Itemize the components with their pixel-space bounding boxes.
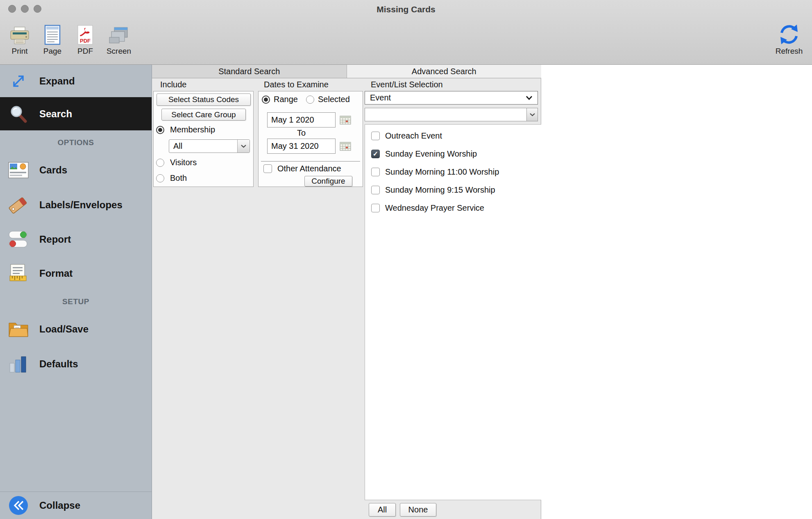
toolbar: Print Page	[0, 17, 812, 65]
event-label: Sunday Morning 9:15 Worship	[385, 185, 495, 195]
select-all-events-button[interactable]: All	[369, 503, 396, 517]
event-checkbox-row[interactable]: Outreach Event	[371, 130, 541, 141]
event-checkbox-row[interactable]: Sunday Evening Worship	[371, 148, 541, 159]
radio-label: Both	[170, 173, 187, 183]
checkbox-indicator	[371, 168, 380, 176]
selected-radio[interactable]: Selected	[306, 95, 350, 104]
toggles-icon	[7, 230, 30, 248]
printer-icon	[2, 19, 37, 45]
to-label: To	[267, 128, 336, 138]
radio-indicator	[156, 174, 164, 182]
select-status-codes-button[interactable]: Select Status Codes	[157, 93, 251, 106]
calendar-picker-icon[interactable]	[340, 142, 351, 151]
event-label: Wednesday Prayer Service	[385, 203, 484, 213]
sidebar-item-search[interactable]: Search	[0, 97, 152, 130]
chevron-down-icon	[526, 96, 533, 100]
sidebar-item-label: Report	[39, 234, 71, 245]
calendar-picker-icon[interactable]	[340, 116, 351, 125]
screen-label: Screen	[102, 47, 136, 56]
print-button[interactable]: Print	[2, 19, 37, 56]
radio-indicator	[262, 96, 270, 104]
collapse-icon	[7, 495, 30, 516]
select-no-events-button[interactable]: None	[400, 503, 436, 517]
checkbox-label: Other Attendance	[277, 164, 341, 173]
bar-chart-icon	[7, 355, 30, 373]
page-icon	[35, 19, 70, 45]
checkbox-indicator	[371, 150, 380, 158]
dates-header: Dates to Examine	[264, 80, 329, 89]
minimize-window-button[interactable]	[21, 5, 29, 13]
event-label: Outreach Event	[385, 131, 442, 141]
dropdown-value: Event	[370, 93, 526, 102]
sidebar-item-label: Format	[39, 268, 73, 279]
from-date-field[interactable]: May 1 2020	[267, 112, 336, 127]
pdf-button[interactable]: PDF PDF	[68, 19, 102, 56]
event-checkbox-row[interactable]: Wednesday Prayer Service	[371, 202, 541, 214]
both-radio[interactable]: Both	[156, 173, 187, 183]
tab-standard-search[interactable]: Standard Search	[152, 65, 347, 78]
visitors-radio[interactable]: Visitors	[156, 158, 197, 167]
folder-icon	[7, 321, 30, 338]
other-attendance-checkbox[interactable]: Other Attendance	[263, 164, 341, 173]
radio-indicator	[306, 96, 314, 104]
main-content: Standard Search Advanced Search Include …	[152, 65, 812, 519]
expand-icon	[7, 71, 30, 91]
radio-label: Selected	[318, 95, 350, 104]
to-date-field[interactable]: May 31 2020	[267, 139, 336, 154]
checkbox-indicator	[371, 186, 380, 194]
checkbox-indicator	[371, 204, 380, 212]
checkbox-indicator	[263, 164, 272, 173]
tag-icon	[7, 196, 30, 214]
membership-filter-dropdown[interactable]: All	[169, 139, 250, 153]
membership-radio[interactable]: Membership	[156, 125, 215, 134]
pdf-label: PDF	[68, 47, 102, 56]
combo-input[interactable]	[365, 108, 527, 121]
zoom-window-button[interactable]	[34, 5, 41, 13]
event-checkbox-row[interactable]: Sunday Morning 11:00 Worship	[371, 166, 541, 178]
range-radio[interactable]: Range	[262, 95, 298, 104]
event-filter-combo[interactable]	[365, 108, 538, 121]
tab-advanced-search[interactable]: Advanced Search	[347, 65, 542, 78]
sidebar-item-label: Cards	[39, 164, 67, 176]
screen-icon	[102, 19, 136, 45]
include-header: Include	[160, 80, 187, 89]
close-window-button[interactable]	[8, 5, 16, 13]
event-type-dropdown[interactable]: Event	[365, 91, 538, 105]
page-button[interactable]: Page	[35, 19, 70, 56]
sidebar-item-format[interactable]: Format	[0, 261, 152, 286]
select-care-group-button[interactable]: Select Care Group	[161, 109, 246, 121]
window-title: Missing Cards	[0, 0, 812, 17]
event-checkbox-row[interactable]: Sunday Morning 9:15 Worship	[371, 184, 541, 196]
format-ruler-icon	[7, 264, 30, 283]
event-list: Outreach Event Sunday Evening Worship Su…	[365, 124, 541, 500]
divider	[261, 161, 360, 162]
sidebar-item-cards[interactable]: Cards	[0, 158, 152, 182]
sidebar-divider	[0, 492, 152, 492]
sidebar-section-setup: SETUP	[0, 297, 152, 306]
svg-text:PDF: PDF	[80, 38, 91, 44]
chevron-down-icon	[237, 140, 249, 153]
search-tabs: Standard Search Advanced Search	[152, 65, 541, 78]
radio-label: Range	[274, 95, 298, 104]
chevron-down-icon[interactable]	[527, 108, 538, 121]
cards-icon	[7, 162, 30, 178]
checkbox-indicator	[371, 132, 380, 140]
radio-label: Visitors	[170, 158, 197, 167]
titlebar: Missing Cards	[0, 0, 812, 17]
sidebar-item-label: Defaults	[39, 358, 78, 370]
dropdown-value: All	[169, 141, 237, 151]
sidebar-item-defaults[interactable]: Defaults	[0, 352, 152, 376]
sidebar-section-options: OPTIONS	[0, 138, 152, 147]
event-label: Sunday Morning 11:00 Worship	[385, 167, 499, 177]
print-label: Print	[2, 47, 37, 56]
sidebar-item-collapse[interactable]: Collapse	[0, 493, 152, 518]
refresh-button[interactable]: Refresh	[769, 19, 810, 56]
screen-button[interactable]: Screen	[102, 19, 136, 56]
sidebar-item-labels-envelopes[interactable]: Labels/Envelopes	[0, 193, 152, 217]
sidebar-item-report[interactable]: Report	[0, 227, 152, 252]
sidebar-item-load-save[interactable]: Load/Save	[0, 317, 152, 341]
configure-button[interactable]: Configure	[304, 176, 352, 187]
sidebar-item-expand[interactable]: Expand	[0, 65, 152, 97]
sidebar-item-label: Search	[39, 108, 72, 120]
page-label: Page	[35, 47, 70, 56]
